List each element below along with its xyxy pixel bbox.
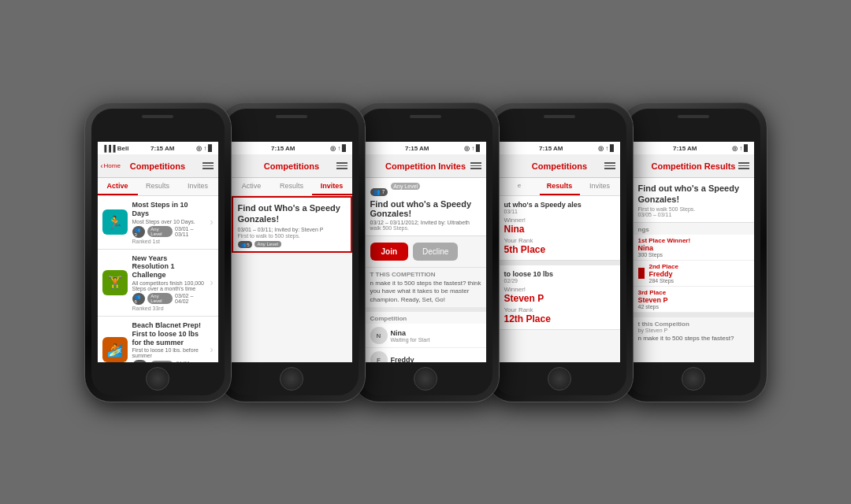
competition-item-1[interactable]: 🏃 Most Steps in 10 Days Most Steps over …: [98, 196, 218, 250]
place-2-row: 2nd Place Freddy 284 Steps: [638, 263, 678, 284]
invite-detail-title-2: Find out Who's a Speedy Gonzales!: [238, 202, 346, 225]
menu-line-11: [604, 165, 615, 167]
tab-active-2[interactable]: Active: [232, 178, 272, 195]
status-time-1: 7:15 AM: [151, 145, 174, 152]
nav-title-2: Competitions: [264, 161, 319, 171]
about-section-5: t this Compeition by Steven P n make it …: [634, 317, 754, 345]
content-2: Find out Who's a Speedy Gonzales! 03/01 …: [232, 196, 352, 362]
result-winner-label-2: Winner!: [504, 286, 615, 293]
result-item-1[interactable]: ut who's a Speedy ales 03/11 Winner! Nin…: [500, 196, 620, 261]
comp-desc-1: Most Steps over 10 Days.: [132, 219, 206, 224]
phone-5-outer: 7:15 AM ◎ ↑ ▊ Competition Results: [621, 102, 767, 402]
back-label-1[interactable]: Home: [104, 162, 121, 169]
menu-line-12: [604, 168, 615, 169]
tab-results-1[interactable]: Results: [138, 178, 178, 195]
status-icons-2: ◎ ↑ ▊: [330, 145, 347, 152]
tab-active-1[interactable]: Active: [98, 178, 138, 195]
result-rank-value-2: 12th Place: [504, 313, 615, 324]
status-bar-3: 7:15 AM ◎ ↑ ▊: [366, 142, 486, 154]
menu-button-1[interactable]: [203, 162, 214, 169]
status-bar-5: 7:15 AM ◎ ↑ ▊: [634, 142, 754, 154]
nav-title-4: Competitions: [532, 161, 587, 171]
invite-full-dates: 03/12 – 03/11/2012; Invited by: Ultrabet…: [370, 220, 481, 225]
invite-dates-2: 03/01 – 03/11; Invited by: Steven P: [238, 227, 346, 232]
badge-level-inv: Any Level: [255, 241, 281, 247]
menu-line-10: [604, 162, 615, 164]
menu-button-3[interactable]: [470, 162, 481, 169]
invite-full-header: 👥 7 Any Level Find out who's a Speedy Go…: [366, 178, 486, 236]
menu-line-14: [738, 165, 749, 167]
comp-rank-1: Ranked 1st: [132, 239, 206, 244]
phone-5: 7:15 AM ◎ ↑ ▊ Competition Results: [621, 102, 767, 402]
result-winner-name-1: Nina: [504, 224, 615, 235]
comp-title-3: Beach Blacnet Prep! First to loose 10 lb…: [132, 321, 206, 346]
menu-line-4: [336, 162, 347, 164]
comp-icon-1: 🏃: [102, 209, 128, 235]
decline-button[interactable]: Decline: [413, 243, 458, 261]
phones-container: ▐▐▐ Bell 7:15 AM ◎ ↑ ▊ ‹ Home Competitio…: [85, 102, 767, 402]
result-title-1: ut who's a Speedy ales: [504, 201, 615, 209]
phone-2-screen: 7:15 AM ◎ ↑ ▊ Competitions Active Res: [232, 142, 352, 362]
menu-line-8: [470, 165, 481, 167]
participant-row-nina: N Nina Waiting for Start: [366, 324, 486, 348]
status-bar-4: 7:15 AM ◎ ↑ ▊: [500, 142, 620, 154]
invite-goal-2: First to walk to 500 steps.: [238, 233, 346, 239]
tab-active-4[interactable]: e: [500, 178, 540, 195]
result-detail-dates: 03/05 – 03/11: [638, 212, 749, 217]
place-2-info: 2nd Place Freddy 284 Steps: [649, 263, 678, 284]
menu-line-5: [336, 165, 347, 167]
comp-meta-3: 👥 10 Any Level 01/01 – 05/01: [132, 360, 206, 362]
join-button[interactable]: Join: [370, 243, 409, 261]
phone-3-screen: 7:15 AM ◎ ↑ ▊ Competition Invites: [366, 142, 486, 362]
participant-info-nina: Nina Waiting for Start: [391, 329, 430, 343]
phone-4: 7:15 AM ◎ ↑ ▊ Competitions e Results: [487, 102, 633, 402]
status-icons-3: ◎ ↑ ▊: [464, 145, 481, 152]
tab-invites-4[interactable]: Invites: [580, 178, 620, 195]
comp-icon-3: 🏄: [102, 337, 128, 362]
comp-info-3: Beach Blacnet Prep! First to loose 10 lb…: [132, 321, 206, 362]
badge-people-1: 👥 3: [132, 226, 146, 238]
tab-invites-2[interactable]: Invites: [312, 178, 352, 195]
menu-line-7: [470, 162, 481, 164]
comp-dates-2: 03/02 – 04/02: [175, 293, 206, 304]
chevron-icon-1: ›: [210, 217, 214, 228]
join-decline-row: Join Decline: [366, 236, 486, 267]
menu-button-4[interactable]: [604, 162, 615, 169]
menu-button-5[interactable]: [738, 162, 749, 169]
competition-item-3[interactable]: 🏄 Beach Blacnet Prep! First to loose 10 …: [98, 317, 218, 362]
result-item-2[interactable]: to loose 10 lbs 02/29 Winner! Steven P Y…: [500, 265, 620, 330]
participant-row-freddy: F Freddy: [366, 348, 486, 362]
tab-results-2[interactable]: Results: [272, 178, 312, 195]
avatar-freddy: F: [370, 351, 388, 362]
phone-1-screen: ▐▐▐ Bell 7:15 AM ◎ ↑ ▊ ‹ Home Competitio…: [98, 142, 218, 362]
competition-label: Competition: [366, 312, 486, 324]
result-rank-label-2: Your Rank: [504, 306, 615, 313]
chevron-left-icon-1: ‹: [101, 162, 103, 170]
invite-full-goal: walk 500 Steps.: [370, 225, 481, 231]
content-4: ut who's a Speedy ales 03/11 Winner! Nin…: [500, 196, 620, 362]
place-name-1: Nina: [638, 244, 749, 252]
place-item-1: 1st Place Winner! Nina 300 Steps: [634, 235, 754, 261]
nav-title-1: Competitions: [130, 161, 185, 171]
about-text-5: n make it to 500 steps the fastest?: [638, 335, 749, 342]
badge-level-1: Any Level: [147, 226, 173, 237]
competition-item-2[interactable]: 🏋 New Years Resolution 1 Challenge All c…: [98, 250, 218, 317]
result-detail-title: Find out who's a Speedy Gonzales!: [638, 183, 749, 206]
menu-line-1: [203, 162, 214, 164]
invite-badges-2: 👥 5 Any Level: [238, 241, 346, 248]
result-detail-subtitle: First to walk 500 Steps.: [638, 206, 749, 212]
tab-invites-1[interactable]: Invites: [178, 178, 218, 195]
phone-3-outer: 7:15 AM ◎ ↑ ▊ Competition Invites: [353, 102, 499, 402]
tab-results-4[interactable]: Results: [540, 178, 580, 195]
comp-meta-1: 👥 3 Any Level 03/01 – 03/11: [132, 226, 206, 238]
menu-button-2[interactable]: [336, 162, 347, 169]
back-button-1[interactable]: ‹ Home: [101, 162, 121, 170]
nav-bar-1: ‹ Home Competitions: [98, 154, 218, 178]
status-time-4: 7:15 AM: [539, 145, 563, 152]
place-score-1: 300 Steps: [638, 252, 749, 258]
place-label-1: 1st Place Winner!: [638, 237, 749, 244]
tab-bar-2: Active Results Invites: [232, 178, 352, 196]
comp-rank-2: Ranked 33rd: [132, 306, 206, 311]
chevron-icon-3: ›: [210, 344, 214, 355]
menu-line-13: [738, 162, 749, 164]
